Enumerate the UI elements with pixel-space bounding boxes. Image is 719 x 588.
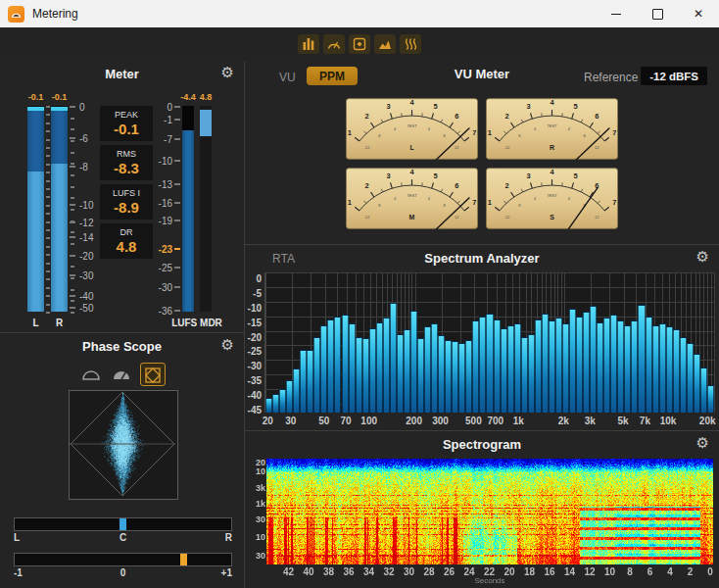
toolbar-button-spectrogram[interactable] — [400, 34, 421, 54]
vectorscope-icon — [142, 365, 164, 384]
spectrum-y-tick: 0 — [256, 273, 262, 284]
lufs-tick-label: -25 — [149, 262, 172, 272]
readout-label: RMS — [100, 149, 153, 159]
toolbar-button-vu-meter[interactable] — [323, 34, 345, 54]
spectrum-y-tick: -40 — [248, 390, 262, 401]
grid-line-v — [265, 272, 266, 413]
scale-minor-tick — [46, 312, 50, 314]
scale-major-tick — [70, 106, 75, 108]
lufs-tick — [174, 119, 180, 121]
spectrum-y-tick: -20 — [248, 331, 262, 342]
balance-label-right: R — [225, 532, 232, 543]
scale-minor-tick — [46, 164, 50, 166]
minimize-button[interactable] — [596, 0, 637, 27]
spectrum-bar — [334, 317, 341, 413]
spectrum-x-tick: 50 — [318, 416, 329, 426]
scale-tick-label: -40 — [79, 291, 93, 302]
scale-major-tick — [70, 307, 75, 309]
peak-value-label: -0.1 — [28, 92, 44, 102]
scale-minor-tick — [46, 229, 50, 231]
spectrogram-y-tick: 30 — [256, 551, 265, 561]
lufs-tick-label: -16 — [149, 197, 172, 208]
svg-text:1: 1 — [348, 128, 352, 137]
spectrum-y-tick: -15 — [248, 317, 262, 327]
lufs-tick-label: -10 — [149, 156, 172, 167]
scale-minor-tick — [46, 139, 50, 141]
svg-text:7: 7 — [612, 198, 616, 207]
spectrum-title: Spectrum Analyzer — [245, 251, 719, 266]
spectrum-bar — [431, 323, 438, 413]
spectrum-bar — [528, 334, 535, 413]
phase-scope-title: Phase Scope — [0, 339, 244, 354]
rms-region-fill — [27, 172, 44, 312]
spectrogram-settings-gear-icon[interactable]: ⚙ — [696, 435, 709, 450]
readout-label: PEAK — [100, 110, 153, 120]
svg-text:TEST: TEST — [407, 123, 417, 128]
scale-major-tick — [70, 236, 75, 238]
phase-mode-arc-meter[interactable] — [79, 364, 103, 385]
spectrum-plot — [264, 272, 714, 413]
lufs-tick-label: -23 — [149, 244, 172, 255]
spectrum-analyzer-panel: RTA Spectrum Analyzer ⚙ 0-5-10-15-20-25-… — [245, 245, 719, 431]
mdr-meter-bar — [200, 106, 212, 312]
svg-text:TEST: TEST — [547, 123, 557, 128]
phase-mode-gauge-meter[interactable] — [110, 364, 133, 385]
level-meters-icon — [301, 36, 316, 52]
lufs-tick — [174, 106, 180, 108]
correlation-marker[interactable] — [180, 554, 187, 565]
svg-text:-12: -12 — [504, 145, 510, 150]
spectrum-bar — [383, 318, 390, 413]
spectrum-bar — [404, 329, 410, 413]
gauge-meter-icon — [111, 365, 132, 384]
toolbar-button-phase-scope[interactable] — [349, 34, 370, 54]
spectrum-bar — [507, 325, 514, 413]
scale-minor-tick — [46, 254, 50, 256]
spectrum-bar — [707, 385, 714, 413]
scale-minor-tick — [71, 277, 74, 279]
scale-minor-tick — [46, 213, 50, 215]
spectrum-settings-gear-icon[interactable]: ⚙ — [696, 249, 709, 264]
lufs-tick — [174, 220, 180, 221]
toolbar-button-level-meters[interactable] — [298, 34, 319, 54]
meter-settings-gear-icon[interactable]: ⚙ — [221, 65, 234, 79]
spectrum-bar — [272, 394, 279, 413]
spectrum-y-tick: -25 — [248, 346, 262, 357]
close-button[interactable]: ✕ — [678, 0, 719, 27]
lufs-tick — [174, 286, 180, 288]
balance-marker[interactable] — [120, 518, 126, 530]
meter-panel-title: Meter — [0, 67, 244, 81]
spectrogram-panel: Spectrogram ⚙ 20103k1k301030 42403836343… — [245, 431, 719, 588]
scale-minor-tick — [71, 312, 74, 314]
channel-label-r: R — [56, 318, 63, 328]
reference-value[interactable]: -12 dBFS — [641, 67, 707, 85]
phase-scope-settings-gear-icon[interactable]: ⚙ — [221, 337, 234, 352]
spectrum-bar — [465, 340, 472, 413]
balance-slider[interactable] — [14, 517, 232, 531]
spectrum-bar — [307, 350, 313, 413]
lufs-tick-label: -7 — [149, 134, 172, 145]
scale-minor-tick — [46, 205, 50, 207]
spectrum-bar — [590, 306, 597, 413]
scale-major-tick — [70, 204, 75, 206]
svg-text:R: R — [550, 144, 554, 151]
spectrum-y-tick: -10 — [248, 302, 262, 313]
scale-major-tick — [70, 255, 75, 257]
scale-major-tick — [70, 274, 75, 276]
scale-tick-label: -14 — [79, 232, 93, 243]
svg-text:2: 2 — [505, 181, 509, 190]
maximize-button[interactable] — [637, 0, 678, 27]
phase-mode-vectorscope[interactable] — [140, 363, 166, 386]
toolbar-button-spectrum-analyzer[interactable] — [374, 34, 396, 54]
svg-text:L: L — [409, 144, 414, 151]
channel-label-l: L — [32, 318, 38, 328]
correlation-slider[interactable] — [14, 553, 232, 566]
spectrum-bar — [479, 317, 486, 413]
spectrogram-title: Spectrogram — [245, 437, 719, 452]
scale-minor-tick — [71, 231, 74, 233]
scale-minor-tick — [71, 300, 74, 302]
window-title: Metering — [32, 7, 78, 21]
spectrum-bar — [265, 398, 272, 413]
lufs-meter-bar — [182, 106, 194, 312]
svg-text:M: M — [409, 214, 415, 220]
spectrum-bar — [390, 303, 397, 413]
